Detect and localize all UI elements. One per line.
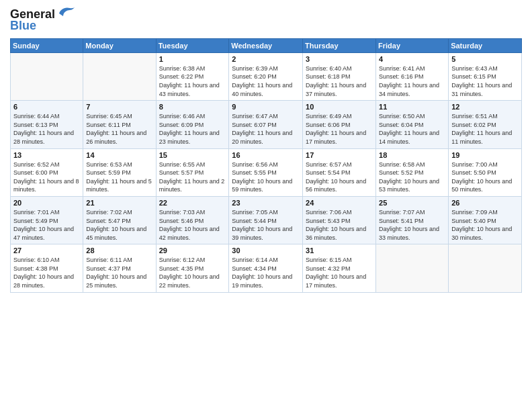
calendar-empty-cell [83, 52, 156, 100]
calendar-day-23: 23Sunrise: 7:05 AMSunset: 5:44 PMDayligh… [229, 196, 303, 244]
calendar-day-16: 16Sunrise: 6:56 AMSunset: 5:55 PMDayligh… [229, 148, 303, 196]
day-number-28: 28 [86, 246, 152, 255]
calendar-day-15: 15Sunrise: 6:55 AMSunset: 5:57 PMDayligh… [156, 148, 229, 196]
day-number-8: 8 [159, 103, 226, 111]
day-detail-5: Sunrise: 6:43 AMSunset: 6:15 PMDaylight:… [451, 64, 519, 98]
calendar-day-4: 4Sunrise: 6:41 AMSunset: 6:16 PMDaylight… [376, 52, 449, 100]
day-detail-2: Sunrise: 6:39 AMSunset: 6:20 PMDaylight:… [232, 64, 300, 98]
day-detail-26: Sunrise: 7:09 AMSunset: 5:40 PMDaylight:… [451, 208, 519, 242]
day-detail-28: Sunrise: 6:11 AMSunset: 4:37 PMDaylight:… [86, 256, 152, 289]
day-number-2: 2 [232, 55, 300, 63]
day-detail-27: Sunrise: 6:10 AMSunset: 4:38 PMDaylight:… [13, 256, 80, 289]
weekday-header-thursday: Thursday [303, 38, 376, 52]
calendar-empty-cell [11, 52, 83, 100]
calendar-day-9: 9Sunrise: 6:47 AMSunset: 6:07 PMDaylight… [229, 101, 303, 148]
calendar-day-1: 1Sunrise: 6:38 AMSunset: 6:22 PMDaylight… [156, 52, 229, 100]
calendar-day-5: 5Sunrise: 6:43 AMSunset: 6:15 PMDaylight… [449, 52, 522, 100]
day-detail-16: Sunrise: 6:56 AMSunset: 5:55 PMDaylight:… [232, 161, 300, 194]
day-detail-1: Sunrise: 6:38 AMSunset: 6:22 PMDaylight:… [159, 64, 226, 98]
calendar-day-28: 28Sunrise: 6:11 AMSunset: 4:37 PMDayligh… [83, 244, 156, 292]
day-number-7: 7 [86, 103, 152, 111]
weekday-header-monday: Monday [83, 38, 156, 52]
day-number-1: 1 [159, 55, 226, 63]
day-number-4: 4 [379, 55, 445, 63]
day-detail-31: Sunrise: 6:15 AMSunset: 4:32 PMDaylight:… [306, 256, 373, 289]
day-number-21: 21 [86, 199, 152, 207]
calendar-table: SundayMondayTuesdayWednesdayThursdayFrid… [10, 38, 522, 293]
day-detail-24: Sunrise: 7:06 AMSunset: 5:43 PMDaylight:… [306, 208, 373, 242]
calendar-day-26: 26Sunrise: 7:09 AMSunset: 5:40 PMDayligh… [449, 196, 522, 244]
weekday-header-saturday: Saturday [449, 38, 522, 52]
day-detail-11: Sunrise: 6:50 AMSunset: 6:04 PMDaylight:… [379, 112, 445, 146]
logo: General Blue [10, 7, 75, 33]
day-detail-12: Sunrise: 6:51 AMSunset: 6:02 PMDaylight:… [451, 112, 519, 146]
calendar-week-2: 6Sunrise: 6:44 AMSunset: 6:13 PMDaylight… [11, 101, 522, 148]
weekday-header-friday: Friday [376, 38, 449, 52]
weekday-header-tuesday: Tuesday [156, 38, 229, 52]
day-number-27: 27 [13, 246, 80, 255]
calendar-day-8: 8Sunrise: 6:46 AMSunset: 6:09 PMDaylight… [156, 101, 229, 148]
calendar-day-19: 19Sunrise: 7:00 AMSunset: 5:50 PMDayligh… [449, 148, 522, 196]
calendar-day-22: 22Sunrise: 7:03 AMSunset: 5:46 PMDayligh… [156, 196, 229, 244]
calendar-day-24: 24Sunrise: 7:06 AMSunset: 5:43 PMDayligh… [303, 196, 376, 244]
day-number-11: 11 [379, 103, 445, 111]
day-detail-7: Sunrise: 6:45 AMSunset: 6:11 PMDaylight:… [86, 112, 152, 146]
day-number-18: 18 [379, 151, 445, 159]
day-number-13: 13 [13, 151, 80, 159]
calendar-day-14: 14Sunrise: 6:53 AMSunset: 5:59 PMDayligh… [83, 148, 156, 196]
day-number-22: 22 [159, 199, 226, 207]
day-number-24: 24 [306, 199, 373, 207]
day-number-20: 20 [13, 199, 80, 207]
day-number-10: 10 [306, 103, 373, 111]
day-detail-25: Sunrise: 7:07 AMSunset: 5:41 PMDaylight:… [379, 208, 445, 242]
day-number-15: 15 [159, 151, 226, 159]
logo-text-line2: Blue [10, 19, 36, 33]
header: General Blue [10, 7, 522, 33]
calendar-day-25: 25Sunrise: 7:07 AMSunset: 5:41 PMDayligh… [376, 196, 449, 244]
weekday-header-sunday: Sunday [11, 38, 83, 52]
day-detail-22: Sunrise: 7:03 AMSunset: 5:46 PMDaylight:… [159, 208, 226, 242]
day-number-5: 5 [451, 55, 519, 63]
day-detail-4: Sunrise: 6:41 AMSunset: 6:16 PMDaylight:… [379, 64, 445, 98]
day-number-14: 14 [86, 151, 152, 159]
day-detail-21: Sunrise: 7:02 AMSunset: 5:47 PMDaylight:… [86, 208, 152, 242]
day-number-25: 25 [379, 199, 445, 207]
logo-bird-icon [56, 4, 75, 22]
day-number-16: 16 [232, 151, 300, 159]
calendar-day-10: 10Sunrise: 6:49 AMSunset: 6:06 PMDayligh… [303, 101, 376, 148]
calendar-day-12: 12Sunrise: 6:51 AMSunset: 6:02 PMDayligh… [449, 101, 522, 148]
calendar-day-7: 7Sunrise: 6:45 AMSunset: 6:11 PMDaylight… [83, 101, 156, 148]
day-detail-10: Sunrise: 6:49 AMSunset: 6:06 PMDaylight:… [306, 112, 373, 146]
calendar-header-row: SundayMondayTuesdayWednesdayThursdayFrid… [11, 38, 522, 52]
calendar-day-31: 31Sunrise: 6:15 AMSunset: 4:32 PMDayligh… [303, 244, 376, 292]
calendar-day-29: 29Sunrise: 6:12 AMSunset: 4:35 PMDayligh… [156, 244, 229, 292]
calendar-day-21: 21Sunrise: 7:02 AMSunset: 5:47 PMDayligh… [83, 196, 156, 244]
calendar-day-30: 30Sunrise: 6:14 AMSunset: 4:34 PMDayligh… [229, 244, 303, 292]
day-number-19: 19 [451, 151, 519, 159]
page: General Blue SundayMondayTuesdayWedne [0, 0, 532, 411]
calendar-day-13: 13Sunrise: 6:52 AMSunset: 6:00 PMDayligh… [11, 148, 83, 196]
calendar-day-3: 3Sunrise: 6:40 AMSunset: 6:18 PMDaylight… [303, 52, 376, 100]
calendar-empty-cell [376, 244, 449, 292]
calendar-day-2: 2Sunrise: 6:39 AMSunset: 6:20 PMDaylight… [229, 52, 303, 100]
day-detail-3: Sunrise: 6:40 AMSunset: 6:18 PMDaylight:… [306, 64, 373, 98]
day-detail-19: Sunrise: 7:00 AMSunset: 5:50 PMDaylight:… [451, 161, 519, 194]
day-number-26: 26 [451, 199, 519, 207]
calendar-day-20: 20Sunrise: 7:01 AMSunset: 5:49 PMDayligh… [11, 196, 83, 244]
calendar-day-11: 11Sunrise: 6:50 AMSunset: 6:04 PMDayligh… [376, 101, 449, 148]
day-number-6: 6 [13, 103, 80, 111]
calendar-empty-cell [449, 244, 522, 292]
calendar-day-27: 27Sunrise: 6:10 AMSunset: 4:38 PMDayligh… [11, 244, 83, 292]
day-detail-20: Sunrise: 7:01 AMSunset: 5:49 PMDaylight:… [13, 208, 80, 242]
day-detail-23: Sunrise: 7:05 AMSunset: 5:44 PMDaylight:… [232, 208, 300, 242]
calendar-week-5: 27Sunrise: 6:10 AMSunset: 4:38 PMDayligh… [11, 244, 522, 292]
day-detail-17: Sunrise: 6:57 AMSunset: 5:54 PMDaylight:… [306, 161, 373, 194]
day-detail-30: Sunrise: 6:14 AMSunset: 4:34 PMDaylight:… [232, 256, 300, 289]
day-detail-18: Sunrise: 6:58 AMSunset: 5:52 PMDaylight:… [379, 161, 445, 194]
calendar-day-17: 17Sunrise: 6:57 AMSunset: 5:54 PMDayligh… [303, 148, 376, 196]
day-detail-29: Sunrise: 6:12 AMSunset: 4:35 PMDaylight:… [159, 256, 226, 289]
day-number-30: 30 [232, 246, 300, 255]
day-number-3: 3 [306, 55, 373, 63]
day-detail-15: Sunrise: 6:55 AMSunset: 5:57 PMDaylight:… [159, 161, 226, 194]
calendar-week-3: 13Sunrise: 6:52 AMSunset: 6:00 PMDayligh… [11, 148, 522, 196]
